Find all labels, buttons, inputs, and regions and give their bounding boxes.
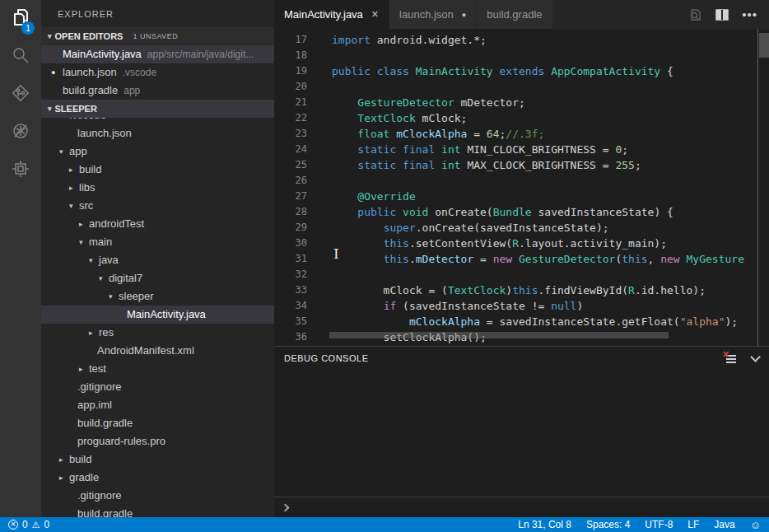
debug-activity-button[interactable] [0, 114, 41, 152]
scrollbar-thumb[interactable] [759, 33, 769, 58]
unsaved-count-badge: 1 UNSAVED [133, 27, 178, 45]
tree-item[interactable]: launch.json [41, 124, 274, 142]
vertical-scrollbar[interactable] [757, 29, 769, 346]
line-number: 33 [274, 282, 307, 298]
tabs: MainActivity.java✕launch.json●build.grad… [274, 0, 553, 29]
tree-item[interactable]: ▾main [41, 233, 274, 251]
explorer-badge: 1 [21, 21, 35, 35]
tree-item[interactable]: build.gradle [41, 505, 274, 517]
line-number: 23 [274, 126, 307, 142]
token: { [660, 65, 673, 77]
tab-dirty-indicator[interactable]: ● [462, 11, 466, 19]
token: mDetector [416, 253, 473, 265]
line-content: @Override [307, 189, 416, 204]
tree-item[interactable]: ▾digital7 [41, 269, 274, 287]
problems-status[interactable]: ✕ 0 ⚠ 0 [8, 519, 49, 530]
tree-item[interactable]: ▸gradle [41, 469, 274, 487]
tree-item[interactable]: app.iml [41, 396, 274, 414]
folder-section-header[interactable]: ▾ SLEEPER [41, 100, 274, 118]
source-control-activity-button[interactable] [0, 76, 41, 114]
language-mode-status[interactable]: Java [714, 519, 734, 530]
token: savedInstanceState) { [532, 206, 673, 218]
editor-tab[interactable]: MainActivity.java✕ [274, 0, 389, 29]
tree-item[interactable]: ▸androidTest [41, 215, 274, 233]
line-content [307, 48, 332, 63]
tree-item[interactable]: .gitignore [41, 378, 274, 396]
split-editor-icon[interactable] [715, 9, 729, 21]
line-number: 34 [274, 298, 307, 314]
tree-item-label: app.iml [77, 396, 112, 414]
tree-item[interactable]: build.gradle [41, 414, 274, 432]
line-content: import android.widget.*; [307, 32, 487, 48]
token: TextClock [448, 284, 506, 296]
tree-item[interactable]: ▸res [41, 324, 274, 342]
tree-item[interactable]: ▾java [41, 251, 274, 269]
tree-item[interactable]: ▾src [41, 197, 274, 215]
tree-item-label: gradle [69, 469, 99, 487]
tab-label: launch.json [399, 8, 454, 21]
line-number: 35 [274, 314, 307, 329]
open-editor-item[interactable]: ●launch.json.vscode [41, 63, 274, 82]
open-editor-item[interactable]: MainActivity.javaapp/src/main/java/digit… [41, 45, 274, 63]
tree-item[interactable]: ▸test [41, 360, 274, 378]
debug-repl-input[interactable] [274, 497, 769, 517]
line-number: 22 [274, 110, 307, 126]
search-activity-button[interactable] [0, 38, 41, 76]
more-actions-icon[interactable]: ••• [742, 11, 757, 19]
cursor-position-status[interactable]: Ln 31, Col 8 [518, 519, 571, 530]
tree-item[interactable]: MainActivity.java [41, 306, 274, 324]
tree-item[interactable]: ▾app [41, 142, 274, 161]
open-editor-item[interactable]: build.gradleapp [41, 82, 274, 100]
editor-tab[interactable]: launch.json● [389, 0, 477, 29]
tree-item[interactable]: AndroidManifest.xml [41, 342, 274, 360]
eol-status[interactable]: LF [687, 519, 699, 530]
encoding-status[interactable]: UTF-8 [645, 519, 673, 530]
explorer-activity-button[interactable]: 1 [0, 0, 41, 38]
status-bar: ✕ 0 ⚠ 0 Ln 31, Col 8 Spaces: 4 UTF-8 LF … [0, 517, 769, 532]
search-editor-icon[interactable] [689, 8, 702, 21]
tree-item-label: build [79, 161, 101, 179]
token: ) [506, 284, 512, 296]
panel-title[interactable]: DEBUG CONSOLE [284, 353, 368, 363]
line-number: 25 [274, 157, 307, 173]
token: this [384, 237, 409, 250]
feedback-smiley-icon[interactable]: ☺ [750, 519, 761, 531]
tree-item[interactable]: proguard-rules.pro [41, 432, 274, 450]
tree-item-label: build [69, 450, 91, 469]
line-number: 32 [274, 267, 307, 282]
folder-section-label: SLEEPER [55, 100, 97, 118]
token: class [377, 65, 409, 77]
code-editor[interactable]: 17import android.widget.*;1819public cla… [274, 29, 769, 346]
token [493, 65, 500, 77]
tree-item[interactable]: ▸libs [41, 179, 274, 197]
tab-close-icon[interactable]: ✕ [371, 9, 379, 20]
tree-item[interactable]: ▸build [41, 161, 274, 179]
clear-console-icon[interactable]: ✕ [725, 353, 737, 364]
extensions-activity-button[interactable] [0, 152, 41, 189]
editor-tab[interactable]: build.gradle [477, 0, 552, 29]
tree-item-label: MainActivity.java [127, 306, 206, 324]
line-content: this.mDetector = new GestureDetector(thi… [307, 251, 744, 267]
token [332, 159, 357, 171]
tree-item[interactable]: ▾.vscode [41, 118, 274, 124]
close-panel-icon[interactable] [750, 352, 761, 362]
tree-item-label: build.gradle [77, 414, 133, 432]
tree-item[interactable]: ▾sleeper [41, 287, 274, 306]
tree-item[interactable]: ▸build [41, 450, 274, 469]
section-expanded-icon: ▾ [48, 27, 52, 45]
tree-item-label: .gitignore [77, 487, 121, 505]
token: mClock; [416, 112, 468, 124]
horizontal-scrollbar[interactable] [329, 332, 669, 338]
folder-expanded-icon: ▾ [59, 142, 69, 161]
open-editors-header[interactable]: ▾ OPEN EDITORS 1 UNSAVED [41, 27, 274, 45]
line-number: 26 [274, 173, 307, 189]
tree-item-label: libs [79, 179, 96, 197]
token [435, 159, 441, 171]
folder-expanded-icon: ▾ [89, 251, 99, 269]
token [332, 253, 384, 265]
indentation-status[interactable]: Spaces: 4 [586, 519, 630, 530]
token: . [409, 253, 416, 265]
section-expanded-icon: ▾ [48, 100, 52, 118]
panel-actions: ✕ [725, 353, 759, 364]
tree-item[interactable]: .gitignore [41, 487, 274, 505]
